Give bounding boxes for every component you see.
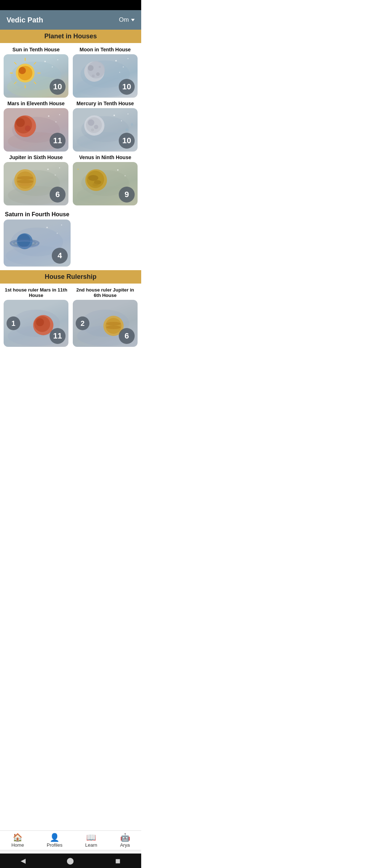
card-saturn-image[interactable]: 4 xyxy=(4,220,71,267)
svg-point-46 xyxy=(127,114,129,115)
card-jupiter-image: 6 xyxy=(4,162,68,205)
svg-point-89 xyxy=(106,322,121,326)
card-venus-image: 9 xyxy=(73,162,138,205)
svg-point-43 xyxy=(91,128,94,131)
app-title: Vedic Path xyxy=(7,16,43,24)
svg-point-13 xyxy=(45,61,46,62)
card-mars-title: Mars in Eleventh House xyxy=(8,101,65,106)
svg-point-53 xyxy=(17,176,33,180)
svg-point-77 xyxy=(46,227,48,228)
svg-point-66 xyxy=(77,169,79,170)
card-moon[interactable]: Moon in Tenth House xyxy=(73,47,138,98)
svg-point-35 xyxy=(55,122,56,123)
user-menu[interactable]: Om xyxy=(119,16,135,24)
svg-point-57 xyxy=(55,175,56,176)
card-ruler2-title: 2nd house ruler Jupiter in 6th House xyxy=(73,287,138,298)
svg-point-54 xyxy=(17,180,33,183)
card-ruler1-image: 1 11 xyxy=(4,300,68,347)
card-ruler2-image: 2 6 xyxy=(73,300,138,347)
card-mercury[interactable]: Mercury in Tenth House xyxy=(73,101,138,152)
card-venus-title: Venus in Ninth House xyxy=(79,154,131,160)
svg-point-25 xyxy=(123,67,124,68)
card-moon-image: 10 xyxy=(73,54,138,98)
svg-point-44 xyxy=(114,115,115,116)
svg-point-36 xyxy=(59,114,60,115)
svg-point-67 xyxy=(117,169,119,171)
svg-point-24 xyxy=(115,60,117,61)
card-jupiter[interactable]: Jupiter in Sixth House xyxy=(4,154,68,205)
card-jupiter-title: Jupiter in Sixth House xyxy=(9,154,63,160)
card-mars-badge: 11 xyxy=(50,133,66,149)
svg-point-58 xyxy=(59,167,60,169)
svg-point-21 xyxy=(96,72,100,76)
svg-point-23 xyxy=(99,66,101,68)
planet-in-houses-header: Planet in Houses xyxy=(0,30,141,43)
card-sun-title: Sun in Tenth House xyxy=(12,47,59,52)
svg-point-4 xyxy=(19,67,26,74)
ruler-grid: 1st house ruler Mars in 11th House 1 11 xyxy=(4,284,138,350)
svg-point-27 xyxy=(119,72,120,73)
card-moon-badge: 10 xyxy=(119,79,135,95)
svg-marker-48 xyxy=(131,123,134,126)
main-scroll: Planet in Houses Sun in Tenth House xyxy=(0,30,141,390)
svg-point-84 xyxy=(36,318,44,326)
svg-point-14 xyxy=(52,67,53,68)
card-venus-badge: 9 xyxy=(119,187,135,203)
card-mercury-badge: 10 xyxy=(119,133,135,149)
status-bar xyxy=(0,0,141,10)
svg-point-32 xyxy=(16,118,25,127)
card-jupiter-badge: 6 xyxy=(50,187,66,203)
card-mercury-title: Mercury in Tenth House xyxy=(76,101,134,106)
svg-line-9 xyxy=(14,62,17,64)
card-ruler2-planet-badge: 6 xyxy=(119,328,135,344)
card-saturn-badge: 4 xyxy=(52,248,68,264)
svg-point-78 xyxy=(57,233,58,234)
svg-point-22 xyxy=(92,75,95,77)
svg-point-33 xyxy=(25,125,31,131)
svg-point-65 xyxy=(93,183,98,186)
card-ruler1-house-badge: 1 xyxy=(7,316,20,330)
card-sun-badge: 10 xyxy=(50,79,66,95)
svg-point-56 xyxy=(47,169,49,170)
house-rulership-content: 1st house ruler Mars in 11th House 1 11 xyxy=(0,284,141,350)
svg-point-15 xyxy=(57,59,58,60)
card-moon-title: Moon in Tenth House xyxy=(80,47,131,52)
card-ruler2-house-badge: 2 xyxy=(76,316,89,330)
planet-in-houses-content: Sun in Tenth House xyxy=(0,43,141,270)
svg-point-41 xyxy=(88,119,94,126)
svg-point-63 xyxy=(88,175,98,181)
card-ruler1-planet-badge: 11 xyxy=(50,328,66,344)
card-sun-image: 10 xyxy=(4,54,68,98)
top-bar: Vedic Path Om xyxy=(0,10,141,30)
svg-point-42 xyxy=(94,125,98,129)
card-ruler1[interactable]: 1st house ruler Mars in 11th House 1 11 xyxy=(4,287,68,347)
svg-point-90 xyxy=(106,326,121,329)
planet-grid: Sun in Tenth House xyxy=(4,43,138,209)
card-saturn-title: Saturn in Fourth House xyxy=(4,211,71,218)
card-mars-image: 11 xyxy=(4,108,68,152)
user-name: Om xyxy=(119,16,129,24)
svg-point-45 xyxy=(121,120,122,122)
house-rulership-header: House Rulership xyxy=(0,270,141,284)
svg-point-26 xyxy=(127,58,129,59)
svg-point-34 xyxy=(48,115,50,117)
card-saturn-container: Saturn in Fourth House xyxy=(4,209,138,270)
card-mars[interactable]: Mars in Eleventh House 11 xyxy=(4,101,68,152)
chevron-down-icon xyxy=(131,19,135,21)
svg-point-20 xyxy=(88,65,94,71)
card-ruler2[interactable]: 2nd house ruler Jupiter in 6th House 2 6 xyxy=(73,287,138,347)
svg-point-79 xyxy=(61,225,62,226)
svg-point-55 xyxy=(19,183,32,186)
card-venus[interactable]: Venus in Ninth House xyxy=(73,154,138,205)
svg-point-68 xyxy=(125,175,126,176)
card-sun[interactable]: Sun in Tenth House xyxy=(4,47,68,98)
card-ruler1-title: 1st house ruler Mars in 11th House xyxy=(4,287,68,298)
svg-point-40 xyxy=(86,117,102,133)
card-mercury-image: 10 xyxy=(73,108,138,152)
